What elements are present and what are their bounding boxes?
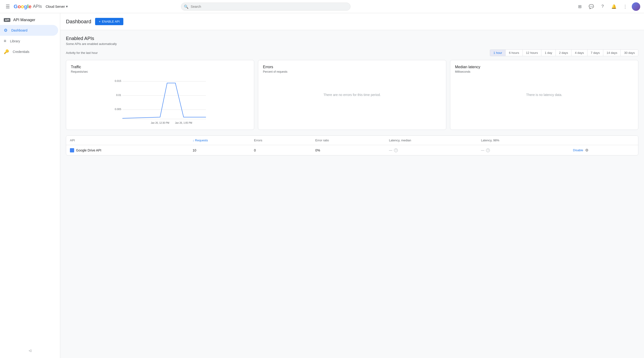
settings-gear-icon[interactable]: ⚙ (585, 148, 588, 152)
svg-text:0.005: 0.005 (115, 108, 121, 111)
api-badge: API (4, 18, 10, 22)
logo-e: e (29, 3, 32, 9)
sidebar: API API Manager ⚙ Dashboard ≡ Library 🔑 … (0, 13, 60, 358)
page-title: Dashboard (66, 18, 91, 25)
latency-98-value: — (481, 148, 484, 152)
latency-median-value: — (389, 148, 392, 152)
search-input[interactable] (181, 2, 350, 10)
time-btn-7days[interactable]: 7 days (588, 50, 603, 56)
errors-chart-subtitle: Percent of requests (263, 70, 441, 73)
charts-row: Traffic Requests/sec 0.015 0.01 0.005 (66, 60, 638, 130)
svg-text:Jan 26, 1:05 PM: Jan 26, 1:05 PM (175, 122, 192, 124)
sidebar-item-credentials-label: Credentials (13, 50, 30, 54)
errors-chart-title: Errors (263, 65, 441, 69)
sidebar-collapse-button[interactable]: ◁ (4, 347, 56, 354)
col-header-requests[interactable]: ↓ Requests (192, 139, 254, 142)
table-cell-latency-median: — ? (389, 148, 481, 152)
nav-icons: ⊞ 💬 ? 🔔 ⋮ (575, 2, 640, 11)
search-icon: 🔍 (184, 4, 188, 9)
enable-api-button[interactable]: + ENABLE API (95, 18, 124, 25)
notifications-icon[interactable]: 🔔 (609, 2, 618, 11)
api-manager-label: API Manager (13, 18, 35, 22)
logo-g2: g (24, 3, 27, 9)
table-header: API ↓ Requests Errors Error ratio Latenc… (66, 136, 638, 145)
sidebar-item-dashboard-label: Dashboard (11, 28, 28, 32)
time-btn-4days[interactable]: 4 days (572, 50, 587, 56)
sidebar-nav: ⚙ Dashboard ≡ Library 🔑 Credentials (0, 25, 60, 57)
credentials-icon: 🔑 (4, 49, 9, 54)
table-cell-actions: Disable ⚙ (573, 148, 634, 152)
col-header-errors: Errors (254, 139, 316, 142)
table-cell-latency-98: — ? (481, 148, 573, 152)
svg-text:Jan 26, 12:30 PM: Jan 26, 12:30 PM (151, 122, 169, 124)
errors-chart-card: Errors Percent of requests There are no … (258, 60, 446, 130)
main-layout: API API Manager ⚙ Dashboard ≡ Library 🔑 … (0, 13, 644, 358)
more-icon[interactable]: ⋮ (620, 2, 630, 11)
time-btn-1day[interactable]: 1 day (541, 50, 556, 56)
sidebar-item-library-label: Library (10, 39, 20, 43)
google-drive-api-icon (70, 148, 74, 152)
sidebar-item-library[interactable]: ≡ Library (0, 36, 58, 46)
latency-98-help-icon[interactable]: ? (486, 148, 490, 152)
logo-o1: o (18, 3, 21, 9)
time-buttons-group: 1 hour 6 hours 12 hours 1 day 2 days 4 d… (490, 49, 638, 56)
time-btn-30days[interactable]: 30 days (621, 50, 638, 56)
time-btn-2days[interactable]: 2 days (556, 50, 572, 56)
col-header-error-ratio: Error ratio (316, 139, 389, 142)
latency-chart-card: Median latency Milliseconds There is no … (450, 60, 638, 130)
hamburger-button[interactable]: ☰ (4, 2, 12, 11)
chat-icon[interactable]: 💬 (586, 2, 596, 11)
col-header-api: API (70, 139, 192, 142)
col-header-latency-98: Latency, 98% (481, 139, 573, 142)
enable-api-label: ENABLE API (102, 20, 120, 23)
table-cell-requests: 10 (192, 148, 254, 152)
traffic-chart-svg: 0.015 0.01 0.005 Jan 26, 12:30 PM (71, 77, 249, 124)
content-area: Enabled APIs Some APIs are enabled autom… (60, 30, 644, 161)
latency-chart-title: Median latency (455, 65, 634, 69)
apis-label: APIs (33, 4, 42, 9)
latency-median-help-icon[interactable]: ? (394, 148, 398, 152)
time-btn-6hours[interactable]: 6 hours (506, 50, 522, 56)
collapse-icon: ◁ (29, 349, 31, 352)
google-logo: Google APIs (14, 3, 42, 10)
traffic-chart-title: Traffic (71, 65, 249, 69)
page-header: Dashboard + ENABLE API (60, 13, 644, 30)
apps-icon[interactable]: ⊞ (575, 2, 585, 11)
project-arrow-icon: ▾ (66, 4, 68, 9)
help-icon[interactable]: ? (598, 2, 607, 11)
svg-text:0.01: 0.01 (116, 94, 121, 96)
library-icon: ≡ (4, 38, 6, 43)
svg-text:0.015: 0.015 (115, 79, 121, 82)
activity-label: Activity for the last hour (66, 51, 98, 54)
latency-chart-empty: There is no latency data. (455, 77, 634, 112)
traffic-chart-card: Traffic Requests/sec 0.015 0.01 0.005 (66, 60, 254, 130)
search-bar: 🔍 (181, 2, 350, 10)
disable-button[interactable]: Disable (573, 148, 583, 152)
table-row: Google Drive API 10 0 0% — ? (66, 145, 638, 155)
table-cell-errors: 0 (254, 148, 316, 152)
time-btn-14days[interactable]: 14 days (603, 50, 621, 56)
errors-value: 0 (254, 148, 256, 152)
api-name-label: Google Drive API (76, 148, 101, 152)
logo-G: G (14, 3, 18, 9)
time-btn-12hours[interactable]: 12 hours (523, 50, 542, 56)
avatar[interactable] (632, 2, 640, 11)
time-range-bar: Activity for the last hour 1 hour 6 hour… (66, 49, 638, 56)
traffic-chart-area: 0.015 0.01 0.005 Jan 26, 12:30 PM (71, 77, 249, 125)
errors-chart-empty: There are no errors for this time period… (263, 77, 441, 112)
traffic-chart-subtitle: Requests/sec (71, 70, 249, 73)
latency-chart-subtitle: Milliseconds (455, 70, 634, 73)
project-selector[interactable]: Cloud Server ▾ (46, 4, 68, 9)
api-table: API ↓ Requests Errors Error ratio Latenc… (66, 135, 638, 155)
col-header-latency-median: Latency, median (389, 139, 481, 142)
dashboard-icon: ⚙ (4, 28, 8, 33)
sidebar-item-credentials[interactable]: 🔑 Credentials (0, 46, 58, 57)
section-title: Enabled APIs (66, 36, 638, 41)
sidebar-item-dashboard[interactable]: ⚙ Dashboard (0, 25, 58, 36)
time-btn-1hour[interactable]: 1 hour (490, 50, 506, 56)
top-nav: ☰ Google APIs Cloud Server ▾ 🔍 ⊞ 💬 ? 🔔 ⋮ (0, 0, 644, 13)
error-ratio-value: 0% (316, 148, 320, 152)
main-content: Dashboard + ENABLE API Enabled APIs Some… (60, 13, 644, 358)
project-name: Cloud Server (46, 5, 65, 8)
api-name: Google Drive API (70, 148, 192, 152)
